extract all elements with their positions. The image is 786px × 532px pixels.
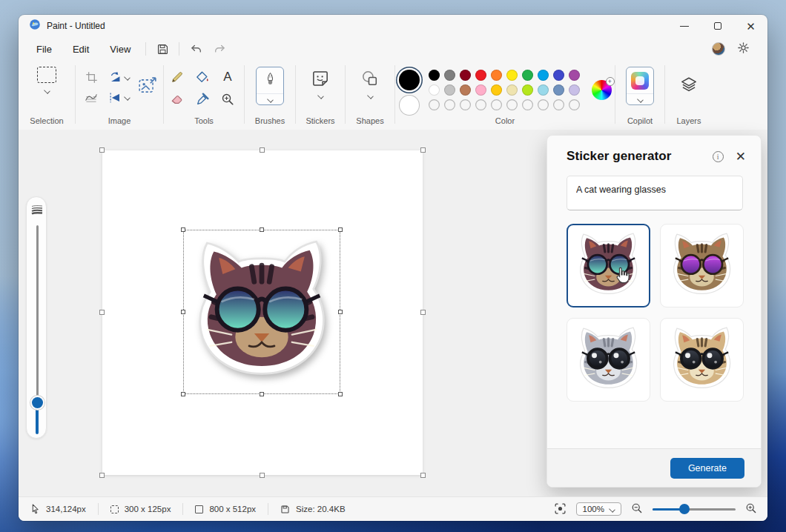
drawing-canvas[interactable] — [102, 150, 423, 475]
stickers-button[interactable] — [311, 70, 329, 99]
selection-handle[interactable] — [338, 310, 343, 314]
palette-color-swatch[interactable] — [475, 84, 486, 96]
minimize-button[interactable] — [667, 15, 701, 37]
image-creator-button[interactable] — [138, 76, 157, 99]
color-picker-button[interactable] — [193, 90, 212, 108]
slider-thumb[interactable] — [32, 397, 43, 408]
palette-color-swatch[interactable] — [491, 84, 502, 96]
palette-empty-slot[interactable] — [444, 99, 455, 110]
sticker-selection[interactable] — [183, 230, 340, 394]
palette-color-swatch[interactable] — [569, 70, 580, 81]
settings-button[interactable] — [737, 41, 750, 57]
crop-button[interactable] — [82, 68, 101, 86]
hand-cursor-icon — [613, 266, 633, 285]
selection-tool-button[interactable] — [37, 67, 56, 93]
menu-edit[interactable]: Edit — [62, 40, 99, 59]
copilot-button[interactable] — [626, 67, 654, 105]
color1-swatch[interactable] — [399, 70, 420, 90]
zoom-slider-thumb[interactable] — [679, 504, 690, 514]
undo-button[interactable] — [184, 40, 208, 58]
fit-to-screen-button[interactable] — [554, 502, 567, 516]
canvas-resize-handle[interactable] — [420, 147, 426, 153]
canvas-resize-handle[interactable] — [99, 310, 105, 315]
selection-handle[interactable] — [181, 227, 185, 232]
brush-size-slider[interactable] — [26, 196, 47, 439]
palette-color-swatch[interactable] — [506, 70, 518, 81]
color2-swatch[interactable] — [399, 95, 420, 116]
palette-color-swatch[interactable] — [460, 84, 471, 96]
zoom-out-button[interactable] — [631, 502, 643, 516]
palette-empty-slot[interactable] — [538, 99, 549, 110]
canvas-resize-handle[interactable] — [420, 473, 426, 478]
canvas-resize-handle[interactable] — [99, 147, 105, 153]
selection-handle[interactable] — [181, 310, 185, 314]
canvas-resize-handle[interactable] — [99, 473, 105, 478]
close-button[interactable]: ✕ — [734, 15, 767, 37]
menu-file[interactable]: File — [26, 40, 62, 59]
selection-handle[interactable] — [260, 392, 264, 396]
panel-title: Sticker generator — [567, 149, 672, 164]
palette-empty-slot[interactable] — [522, 99, 533, 110]
selection-handle[interactable] — [338, 227, 343, 232]
fill-button[interactable] — [193, 68, 212, 86]
palette-color-swatch[interactable] — [444, 70, 455, 81]
palette-empty-slot[interactable] — [460, 99, 471, 110]
palette-color-swatch[interactable] — [475, 70, 486, 81]
palette-color-swatch[interactable] — [522, 70, 533, 81]
generate-button[interactable]: Generate — [670, 458, 744, 479]
panel-close-icon[interactable]: ✕ — [736, 150, 746, 163]
sticker-result-4[interactable] — [660, 318, 744, 402]
canvas-resize-handle[interactable] — [420, 310, 426, 315]
palette-color-swatch[interactable] — [538, 84, 549, 96]
maximize-button[interactable] — [701, 15, 734, 37]
zoom-in-button[interactable] — [745, 502, 757, 516]
shapes-button[interactable] — [361, 70, 379, 99]
palette-color-swatch[interactable] — [429, 70, 440, 81]
info-icon[interactable]: i — [713, 151, 724, 162]
text-tool-button[interactable]: A — [218, 68, 237, 86]
palette-color-swatch[interactable] — [522, 84, 533, 96]
slider-track[interactable] — [36, 225, 39, 410]
flip-button[interactable] — [105, 88, 132, 106]
palette-empty-slot[interactable] — [491, 99, 502, 110]
menu-view[interactable]: View — [99, 40, 141, 59]
palette-color-swatch[interactable] — [506, 84, 518, 96]
edit-colors-button[interactable]: + — [592, 80, 612, 100]
eraser-button[interactable] — [168, 90, 187, 108]
palette-empty-slot[interactable] — [475, 99, 486, 110]
palette-color-swatch[interactable] — [429, 84, 440, 96]
palette-color-swatch[interactable] — [553, 84, 564, 96]
prompt-input[interactable] — [576, 184, 733, 195]
magnifier-button[interactable] — [218, 90, 237, 108]
selection-handle[interactable] — [181, 392, 185, 396]
sticker-result-2[interactable] — [660, 224, 744, 307]
zoom-slider[interactable] — [653, 504, 736, 514]
resize-button[interactable] — [82, 88, 101, 106]
redo-button[interactable] — [208, 40, 231, 58]
selection-handle[interactable] — [260, 227, 264, 232]
palette-color-swatch[interactable] — [444, 84, 455, 96]
palette-empty-slot[interactable] — [506, 99, 518, 110]
palette-empty-slot[interactable] — [569, 99, 580, 110]
sticker-result-3[interactable] — [567, 318, 650, 402]
rotate-button[interactable] — [105, 68, 132, 86]
brushes-button[interactable] — [256, 67, 284, 105]
placed-cat-sticker[interactable] — [186, 233, 337, 391]
palette-color-swatch[interactable] — [553, 70, 564, 81]
selection-handle[interactable] — [338, 392, 343, 396]
zoom-level-dropdown[interactable]: 100% — [576, 502, 621, 516]
canvas-resize-handle[interactable] — [260, 473, 265, 478]
palette-color-swatch[interactable] — [491, 70, 502, 81]
sticker-result-1[interactable] — [567, 224, 650, 307]
palette-empty-slot[interactable] — [553, 99, 564, 110]
palette-color-swatch[interactable] — [538, 70, 549, 81]
canvas-resize-handle[interactable] — [260, 147, 265, 153]
canvas-size-status: 800 x 512px — [183, 505, 268, 513]
palette-color-swatch[interactable] — [569, 84, 580, 96]
save-button[interactable] — [151, 40, 174, 58]
pencil-button[interactable] — [168, 68, 187, 86]
palette-empty-slot[interactable] — [429, 99, 440, 110]
palette-color-swatch[interactable] — [460, 70, 471, 81]
layers-button[interactable] — [679, 76, 699, 98]
account-avatar[interactable] — [712, 42, 725, 56]
